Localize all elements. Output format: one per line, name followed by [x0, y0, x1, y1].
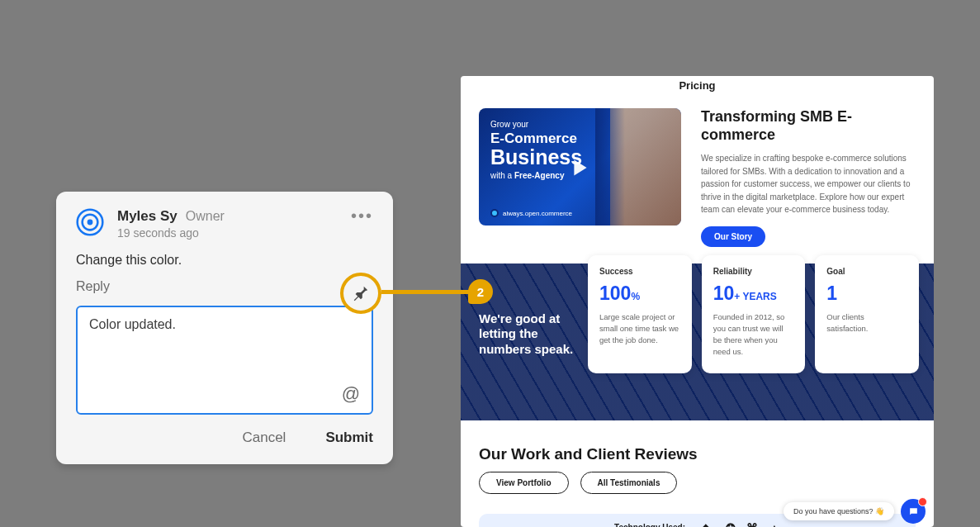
avatar — [76, 208, 104, 236]
reviews-section: Our Work and Client Reviews View Portfol… — [461, 420, 934, 502]
nav-pricing-link[interactable]: Pricing — [461, 76, 934, 92]
more-menu-icon[interactable]: ••• — [351, 208, 373, 220]
comment-actions: Cancel Submit — [76, 430, 373, 446]
reply-box[interactable]: Color updated. @ — [76, 306, 373, 415]
reply-input[interactable]: Color updated. — [89, 317, 360, 383]
chat-prompt[interactable]: Do you have questions? 👋 — [784, 502, 894, 520]
comment-meta: Myles Sy Owner 19 seconds ago — [117, 208, 351, 240]
view-portfolio-button[interactable]: View Portfolio — [479, 472, 569, 494]
stat-number: 1 — [826, 282, 907, 305]
mention-icon[interactable]: @ — [342, 383, 360, 405]
comment-body: Change this color. — [76, 253, 373, 268]
stat-card-success: Success 100% Large scale project or smal… — [588, 255, 692, 373]
chat-launcher[interactable] — [901, 499, 926, 524]
hero-banner[interactable]: Grow your E-Commerce Business with a Fre… — [479, 108, 681, 226]
chat-icon — [908, 506, 919, 517]
pin-handle[interactable] — [340, 273, 381, 314]
banner-sub-prefix: with a — [490, 171, 514, 180]
banner-sub-bold: Free-Agency — [514, 171, 565, 180]
tech-icon-2: ✪ — [726, 521, 736, 527]
tech-icon-3: ⌘ — [746, 521, 758, 527]
pin-marker[interactable]: 2 — [468, 279, 493, 304]
submit-button[interactable]: Submit — [325, 430, 373, 446]
stat-card-reliability: Reliability 10+ YEARS Founded in 2012, s… — [702, 255, 806, 373]
hero-title: Transforming SMB E-commerce — [701, 108, 916, 144]
our-story-button[interactable]: Our Story — [701, 226, 765, 247]
tech-icon-1: ◢◣ — [697, 521, 715, 527]
chat-widget: Do you have questions? 👋 — [784, 499, 926, 524]
comment-role: Owner — [186, 209, 225, 224]
stats-section: We're good at letting the numbers speak.… — [461, 264, 934, 420]
preview-frame: Pricing Grow your E-Commerce Business wi… — [461, 76, 934, 527]
stat-label: Success — [599, 267, 680, 276]
hero-photo — [610, 108, 681, 226]
play-icon[interactable] — [566, 154, 592, 181]
stat-number: 10+ YEARS — [713, 282, 794, 305]
svg-point-2 — [88, 220, 93, 226]
all-testimonials-button[interactable]: All Testimonials — [580, 472, 678, 494]
brand-text: always.open.commerce — [503, 210, 572, 217]
comment-author: Myles Sy — [117, 208, 178, 225]
tech-icon-4: ▲ — [769, 521, 780, 527]
reply-label: Reply — [76, 279, 373, 294]
stat-label: Goal — [826, 267, 907, 276]
stat-desc: Founded in 2012, so you can trust we wil… — [713, 311, 794, 358]
hero-text: Transforming SMB E-commerce We specializ… — [701, 108, 916, 247]
reviews-buttons: View Portfolio All Testimonials — [479, 472, 916, 494]
tech-label: Technology Used: — [614, 523, 685, 527]
banner-brand: always.open.commerce — [490, 209, 572, 217]
cancel-button[interactable]: Cancel — [242, 430, 286, 446]
tech-icons: ◢◣ ✪ ⌘ ▲ — [697, 521, 780, 527]
comment-timestamp: 19 seconds ago — [117, 226, 351, 240]
reviews-title: Our Work and Client Reviews — [479, 445, 916, 463]
stat-cards: Success 100% Large scale project or smal… — [588, 255, 919, 373]
stats-headline: We're good at letting the numbers speak. — [479, 311, 576, 358]
pin-number: 2 — [477, 285, 484, 299]
stat-number: 100% — [599, 282, 680, 305]
stat-card-goal: Goal 1 Our clients satisfaction. — [815, 255, 919, 373]
comment-header: Myles Sy Owner 19 seconds ago ••• — [76, 208, 373, 240]
brand-dot-icon — [490, 209, 499, 217]
hero-section: Grow your E-Commerce Business with a Fre… — [461, 92, 934, 257]
comment-card: Myles Sy Owner 19 seconds ago ••• Change… — [56, 192, 393, 464]
stat-desc: Our clients satisfaction. — [826, 311, 907, 335]
stat-desc: Large scale project or small one time ta… — [599, 311, 680, 347]
pin-connector-line — [381, 290, 471, 294]
stat-label: Reliability — [713, 267, 794, 276]
hero-desc: We specialize in crafting bespoke e-comm… — [701, 152, 916, 216]
pin-icon — [352, 284, 370, 302]
